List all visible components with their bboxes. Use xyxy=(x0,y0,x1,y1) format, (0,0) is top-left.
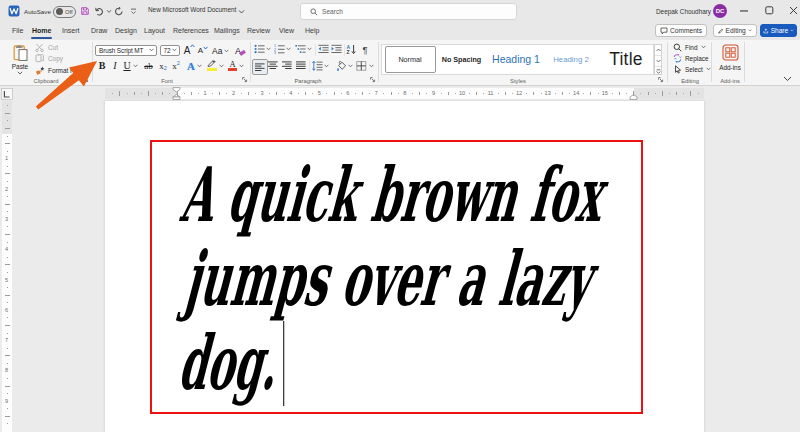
italic-button[interactable]: I xyxy=(110,59,120,72)
clear-formatting-button[interactable]: A xyxy=(235,45,246,57)
shrink-font-button[interactable]: A xyxy=(197,45,209,57)
shading-button[interactable] xyxy=(335,60,347,72)
bullets-button[interactable] xyxy=(254,44,265,54)
left-indent-marker[interactable] xyxy=(173,97,180,99)
share-button[interactable]: Share xyxy=(760,24,797,37)
sort-button[interactable]: A Z xyxy=(346,44,357,55)
tab-design[interactable]: Design xyxy=(110,22,142,39)
comments-button[interactable]: Comments xyxy=(655,24,707,37)
borders-dropdown-icon[interactable] xyxy=(369,64,374,68)
tab-mailings[interactable]: Mailings xyxy=(209,22,245,39)
tab-file[interactable]: File xyxy=(7,22,28,39)
styles-dialog-launcher-icon[interactable] xyxy=(658,77,664,83)
align-left-button[interactable] xyxy=(252,59,268,75)
decrease-indent-button[interactable] xyxy=(318,44,329,54)
close-button[interactable] xyxy=(789,6,798,15)
text-line-2[interactable]: jumps over a lazy xyxy=(175,234,603,323)
style-heading-2[interactable]: Heading 2 xyxy=(546,46,596,74)
minimize-button[interactable] xyxy=(740,10,749,12)
tab-layout[interactable]: Layout xyxy=(139,22,170,39)
search-input[interactable]: Search xyxy=(300,3,517,20)
copy-button[interactable]: Copy xyxy=(35,54,63,63)
clipboard-dialog-launcher-icon[interactable] xyxy=(83,77,89,83)
find-button[interactable]: Find xyxy=(673,42,706,52)
paste-dropdown-icon xyxy=(17,71,23,75)
select-button[interactable]: Select xyxy=(673,64,711,74)
font-dialog-launcher-icon[interactable] xyxy=(242,77,248,83)
ruler-tick xyxy=(255,93,256,94)
line-spacing-button[interactable] xyxy=(312,61,323,71)
style-title[interactable]: Title xyxy=(600,46,652,74)
grow-font-button[interactable]: A xyxy=(183,44,196,57)
multilevel-list-button[interactable] xyxy=(295,44,306,54)
collapse-ribbon-icon[interactable] xyxy=(783,76,792,82)
text-effects-dropdown-icon[interactable] xyxy=(197,64,202,68)
editing-button[interactable]: Editing xyxy=(713,24,757,37)
numbering-dropdown-icon[interactable] xyxy=(286,47,291,51)
increase-indent-button[interactable] xyxy=(331,44,342,54)
paragraph-dialog-launcher-icon[interactable] xyxy=(370,77,376,83)
styles-scroll-down[interactable] xyxy=(655,56,661,67)
bold-button[interactable]: B xyxy=(96,59,108,72)
highlight-dropdown-icon[interactable] xyxy=(219,64,224,68)
document-title[interactable]: New Microsoft Word Document xyxy=(148,6,236,13)
change-case-button[interactable]: Aa xyxy=(212,45,229,57)
justify-button[interactable] xyxy=(296,61,306,70)
text-effects-button[interactable]: A xyxy=(185,59,197,72)
font-color-dropdown-icon[interactable] xyxy=(239,64,244,68)
show-formatting-button[interactable]: ¶ xyxy=(360,43,370,56)
style-no-spacing[interactable]: No Spacing xyxy=(438,46,485,74)
style-heading-1[interactable]: Heading 1 xyxy=(488,46,544,74)
superscript-button[interactable]: x2 xyxy=(170,59,182,72)
underline-button[interactable]: U xyxy=(122,59,132,72)
font-name-combo[interactable]: Brush Script MT xyxy=(95,45,157,57)
avatar[interactable]: DC xyxy=(713,4,727,18)
line-spacing-dropdown-icon[interactable] xyxy=(324,64,329,68)
replace-button[interactable]: Replace xyxy=(673,53,708,63)
tab-insert[interactable]: Insert xyxy=(57,22,85,39)
borders-button[interactable] xyxy=(356,61,367,71)
document-text[interactable]: A quick brown fox jumps over a lazy dog. xyxy=(105,101,704,432)
format-painter-button[interactable]: Format Painter xyxy=(35,66,90,75)
multilevel-dropdown-icon[interactable] xyxy=(307,47,312,51)
autosave-toggle[interactable]: Off xyxy=(53,6,76,18)
subscript-button[interactable]: x2 xyxy=(157,59,169,72)
styles-gallery-more[interactable] xyxy=(655,67,661,77)
paste-button[interactable]: Paste xyxy=(6,42,34,76)
title-dropdown-icon[interactable] xyxy=(238,9,245,15)
numbering-button[interactable]: 1 2 3 xyxy=(274,44,285,54)
document-page[interactable]: A quick brown fox jumps over a lazy dog. xyxy=(105,101,704,432)
tab-review[interactable]: Review xyxy=(242,22,275,39)
highlight-button[interactable] xyxy=(205,59,218,72)
font-color-button[interactable]: A xyxy=(227,59,238,72)
add-ins-button[interactable]: Add-ins xyxy=(714,42,746,72)
undo-icon[interactable] xyxy=(95,7,104,16)
strikethrough-button[interactable]: ab xyxy=(142,59,155,72)
bullets-dropdown-icon[interactable] xyxy=(266,47,271,51)
tab-view[interactable]: View xyxy=(274,22,299,39)
font-size-combo[interactable]: 72 xyxy=(160,45,180,57)
align-right-button[interactable] xyxy=(282,61,292,70)
shading-dropdown-icon[interactable] xyxy=(348,64,353,68)
tab-home[interactable]: Home xyxy=(27,22,56,39)
align-center-button[interactable] xyxy=(268,61,278,70)
text-line-3[interactable]: dog. xyxy=(175,318,283,407)
tab-help[interactable]: Help xyxy=(300,22,324,39)
cut-button[interactable]: Cut xyxy=(35,43,58,52)
redo-icon[interactable] xyxy=(114,7,123,16)
style-normal[interactable]: Normal xyxy=(385,46,436,74)
text-line-1[interactable]: A quick brown fox xyxy=(176,150,612,239)
horizontal-ruler[interactable]: 123456789101112131415 xyxy=(0,86,800,101)
save-icon[interactable] xyxy=(81,7,89,15)
vertical-ruler[interactable]: 123456789 xyxy=(0,101,14,432)
ruler-tick xyxy=(7,181,8,182)
qat-overflow-icon[interactable] xyxy=(130,8,137,15)
tab-draw[interactable]: Draw xyxy=(86,22,112,39)
tab-references[interactable]: References xyxy=(168,22,214,39)
user-name[interactable]: Deepak Choudhary xyxy=(656,8,711,15)
italic-glyph: I xyxy=(113,60,116,71)
restore-button[interactable] xyxy=(765,6,774,15)
undo-dropdown-icon[interactable] xyxy=(106,9,112,14)
styles-scroll-up[interactable] xyxy=(655,45,661,56)
underline-dropdown-icon[interactable] xyxy=(133,64,138,68)
